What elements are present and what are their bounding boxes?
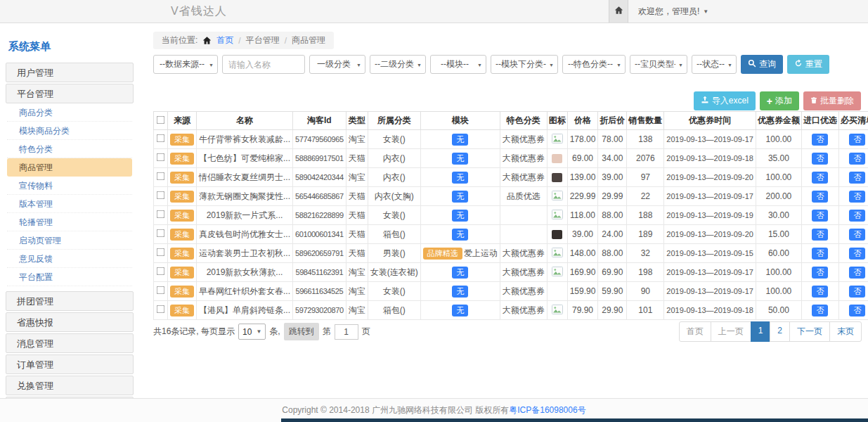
sidebar-item-8[interactable]: 轮播管理	[7, 213, 132, 231]
row-checkbox[interactable]	[157, 305, 165, 314]
page-next-button[interactable]: 下一页	[789, 321, 830, 342]
icp-link[interactable]: 粤ICP备16098006号	[509, 405, 585, 415]
sidebar-group-1[interactable]: 平台管理	[6, 84, 134, 103]
reset-button[interactable]: 重置	[787, 55, 829, 74]
cell-feature	[500, 225, 547, 244]
row-checkbox[interactable]	[157, 191, 165, 200]
jump-button[interactable]: 跳转到	[284, 323, 319, 340]
breadcrumb-home[interactable]: 首页	[216, 34, 233, 46]
row-checkbox[interactable]	[157, 248, 165, 257]
cell-sales: 32	[627, 244, 664, 263]
cell-price: 118.00	[567, 206, 598, 225]
cell-source: 采集	[168, 244, 197, 263]
sidebar-group-15[interactable]: 订单管理	[6, 354, 134, 374]
user-menu[interactable]: 欢迎您，管理员! ▼	[628, 0, 708, 23]
import-toggle-badge[interactable]: 否	[812, 248, 828, 260]
must-buy-toggle-badge[interactable]: 否	[849, 305, 865, 316]
row-checkbox[interactable]	[157, 210, 165, 219]
page-last-button[interactable]: 末页	[829, 321, 862, 342]
sidebar-item-11[interactable]: 平台配置	[7, 268, 132, 286]
import-toggle-badge[interactable]: 否	[812, 210, 828, 222]
must-buy-toggle-badge[interactable]: 否	[849, 153, 865, 165]
home-button[interactable]	[609, 0, 628, 23]
cell-source: 采集	[168, 263, 197, 282]
item-type-select[interactable]: --宝贝类型--▼	[630, 55, 687, 74]
row-checkbox[interactable]	[157, 286, 165, 295]
import-toggle-badge[interactable]: 否	[812, 134, 828, 146]
module-sub-category-select[interactable]: --模块下分类--▼	[491, 55, 558, 74]
per-page-select[interactable]: 10 ▼	[238, 324, 266, 340]
must-buy-toggle-badge[interactable]: 否	[849, 172, 865, 184]
page-first-button[interactable]: 首页	[679, 321, 711, 342]
cell-coupon-time: 2019-09-13—2019-09-15	[664, 244, 756, 263]
sidebar-item-4[interactable]: 特色分类	[7, 140, 132, 158]
import-toggle-badge[interactable]: 否	[812, 153, 828, 165]
cell-category: 男装()	[368, 244, 420, 263]
module-select[interactable]: --模块--▼	[430, 55, 486, 74]
level1-category-select[interactable]: 一级分类▼	[309, 55, 365, 74]
row-checkbox[interactable]	[157, 153, 165, 162]
level2-category-select-value: --二级分类--	[375, 58, 414, 70]
col-header-12: 优惠券金额	[756, 112, 801, 130]
chevron-down-icon: ▼	[356, 63, 361, 68]
sidebar-item-6[interactable]: 宣传物料	[7, 177, 132, 195]
page: V省钱达人 欢迎您，管理员! ▼ 系统菜单 用户管理平台管理商品分类模块商品分类…	[0, 0, 868, 422]
page-2-button[interactable]: 2	[770, 321, 790, 342]
import-toggle-badge[interactable]: 否	[812, 267, 828, 279]
sidebar-group-0[interactable]: 用户管理	[6, 63, 134, 82]
cell-feature: 品质优选	[500, 187, 547, 206]
row-checkbox[interactable]	[157, 267, 165, 276]
must-buy-toggle-badge[interactable]: 否	[849, 134, 865, 146]
sidebar-item-2[interactable]: 商品分类	[7, 103, 132, 122]
import-excel-button[interactable]: 导入excel	[694, 91, 756, 110]
import-toggle-badge[interactable]: 否	[812, 286, 828, 298]
chevron-down-icon: ▼	[477, 63, 482, 68]
must-buy-toggle-badge[interactable]: 否	[849, 286, 865, 298]
import-toggle-badge[interactable]: 否	[812, 172, 828, 184]
sidebar-item-7[interactable]: 版本管理	[7, 195, 132, 213]
must-buy-toggle-badge[interactable]: 否	[849, 267, 865, 279]
page-1-button[interactable]: 1	[751, 321, 771, 342]
sidebar-group-13[interactable]: 省惠快报	[6, 312, 134, 332]
cell-import-select: 否	[801, 187, 838, 206]
module-badge: 无	[452, 191, 468, 203]
import-toggle-badge[interactable]: 否	[812, 305, 828, 316]
sidebar-group-14[interactable]: 消息管理	[6, 333, 134, 353]
module-select-value: --模块--	[435, 58, 474, 70]
sidebar-item-9[interactable]: 启动页管理	[7, 231, 132, 250]
sidebar-group-12[interactable]: 拼团管理	[6, 291, 134, 311]
add-button[interactable]: + 添加	[760, 91, 799, 110]
row-checkbox[interactable]	[157, 172, 165, 181]
sidebar-title: 系统菜单	[6, 35, 134, 61]
jump-page-input[interactable]	[335, 324, 358, 340]
pagination-summary: 共16条记录, 每页显示 10 ▼ 条, 跳转到 第 页	[153, 323, 370, 340]
sidebar-item-10[interactable]: 意见反馈	[7, 250, 132, 268]
page-prev-button[interactable]: 上一页	[711, 321, 751, 342]
must-buy-toggle-badge[interactable]: 否	[849, 248, 865, 260]
query-button[interactable]: 查询	[741, 55, 783, 74]
table-row: 采集【港风】单肩斜跨链条...597293020870淘宝箱包()无大额优惠券7…	[154, 301, 868, 320]
data-source-select[interactable]: --数据来源--▼	[153, 55, 218, 74]
import-toggle-badge[interactable]: 否	[812, 191, 828, 203]
name-input[interactable]	[222, 55, 305, 74]
import-toggle-badge[interactable]: 否	[812, 229, 828, 241]
must-buy-toggle-badge[interactable]: 否	[849, 210, 865, 222]
sidebar-item-3[interactable]: 模块商品分类	[7, 122, 132, 140]
sidebar-group-16[interactable]: 兑换管理	[6, 376, 134, 395]
status-select[interactable]: --状态--▼	[692, 55, 737, 74]
chevron-down-icon: ▼	[209, 63, 214, 68]
breadcrumb-separator: /	[285, 36, 287, 46]
level2-category-select[interactable]: --二级分类--▼	[370, 55, 426, 74]
batch-delete-button[interactable]: 批量删除	[803, 91, 861, 110]
cell-type: 淘宝	[346, 168, 368, 187]
must-buy-toggle-badge[interactable]: 否	[849, 229, 865, 241]
cell-import-select: 否	[801, 263, 838, 282]
select-all-checkbox[interactable]	[157, 115, 165, 124]
sidebar-item-5[interactable]: 商品管理	[7, 158, 132, 177]
thumbnail-image	[552, 230, 562, 239]
must-buy-toggle-badge[interactable]: 否	[849, 191, 865, 203]
row-checkbox[interactable]	[157, 229, 165, 238]
chevron-down-icon: ▼	[616, 63, 621, 68]
feature-category-select[interactable]: --特色分类--▼	[562, 55, 626, 74]
row-checkbox[interactable]	[157, 134, 165, 143]
